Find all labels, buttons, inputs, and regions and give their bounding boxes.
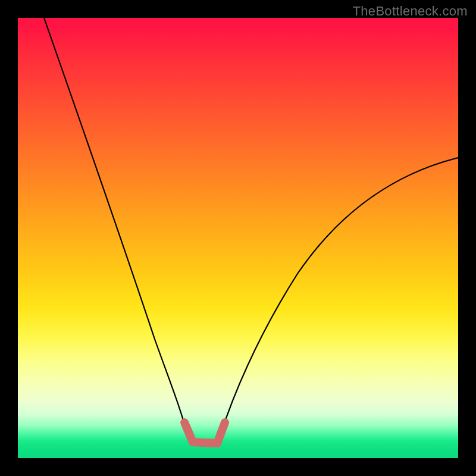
plot-area (18, 18, 458, 458)
flat-minimum-highlight (184, 422, 225, 443)
watermark-label: TheBottleneck.com (353, 4, 468, 19)
curve-right-branch (220, 158, 458, 436)
curve-overlay (18, 18, 458, 458)
curve-left-branch (44, 18, 187, 436)
chart-frame: TheBottleneck.com (0, 0, 476, 476)
